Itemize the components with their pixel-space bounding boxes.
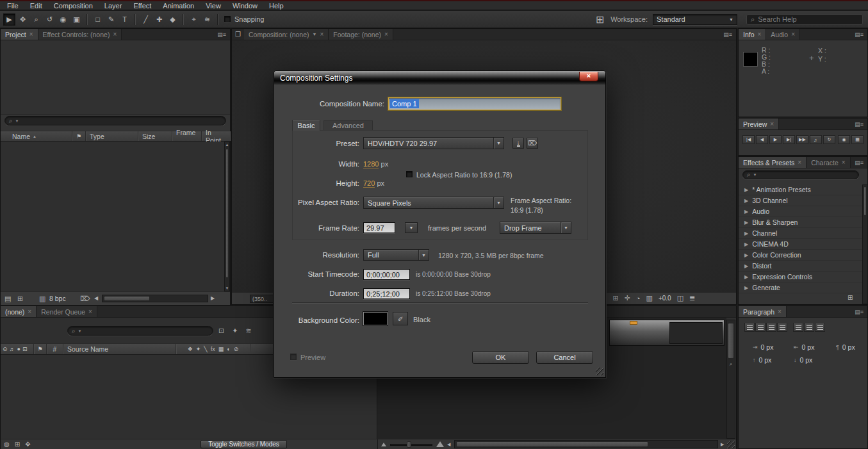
project-search-input[interactable]: ⌕ ▼ <box>4 116 226 126</box>
project-settings-icon[interactable]: ▥ <box>39 295 45 303</box>
tab-paragraph[interactable]: Paragraph × <box>739 306 787 317</box>
panel-menu-icon[interactable]: ▤≡ <box>213 31 230 38</box>
previous-frame-button[interactable]: ◀ <box>756 135 768 144</box>
close-icon[interactable]: × <box>384 31 388 38</box>
lock-aspect-checkbox[interactable] <box>406 171 413 177</box>
tab-composition[interactable]: Composition: (none) ▼ × <box>244 29 329 40</box>
column-label-color[interactable]: ⚑ <box>72 131 86 141</box>
zoom-slider-track[interactable] <box>390 444 432 446</box>
list-item[interactable]: ▶* Animation Presets <box>739 184 862 195</box>
save-preset-button[interactable]: ↓ <box>512 138 524 149</box>
preview-options-icon[interactable]: ▦ <box>851 135 864 144</box>
close-icon[interactable]: × <box>770 120 774 127</box>
effects-vertical-scrollbar[interactable] <box>862 184 868 304</box>
eraser-tool-icon[interactable]: ◆ <box>167 13 179 26</box>
add-column-icon[interactable]: ⊞ <box>15 441 20 448</box>
scroll-right-icon[interactable]: ▶ <box>211 295 215 301</box>
project-vertical-scrollbar[interactable]: ▲ ▼ <box>224 142 230 291</box>
frame-rate-input[interactable]: 29.97 <box>363 222 395 233</box>
expand-icon[interactable]: ▶ <box>744 220 748 225</box>
scroll-left-icon[interactable]: ◀ <box>94 295 98 301</box>
puppet-pin-tool-icon[interactable]: ⌖ <box>188 13 200 26</box>
close-icon[interactable]: × <box>758 31 762 38</box>
align-right-button[interactable] <box>766 323 776 332</box>
panel-lock-icon[interactable]: ❐ <box>232 31 244 38</box>
loop-button[interactable]: ↻ <box>823 135 835 144</box>
expand-icon[interactable]: ▶ <box>744 263 748 269</box>
delete-preset-button[interactable]: ⌦ <box>527 138 538 149</box>
workspace-dropdown[interactable]: Standard ▼ <box>653 14 737 25</box>
scroll-right-icon[interactable]: ▶ <box>721 442 724 447</box>
tab-timeline-none[interactable]: (none) × <box>1 306 37 317</box>
list-item[interactable]: ▶CINEMA 4D <box>739 239 862 250</box>
solo-icon[interactable]: ● <box>17 346 20 352</box>
quality-icon[interactable]: ╲ <box>204 346 207 352</box>
expand-icon[interactable]: ▶ <box>744 231 748 236</box>
camera-tool-icon[interactable]: ◉ <box>57 13 69 26</box>
drop-frame-dropdown[interactable]: Drop Frame ▼ <box>500 222 571 234</box>
list-item[interactable]: ▶Channel <box>739 228 862 239</box>
justify-all-button[interactable] <box>815 323 825 332</box>
ok-button[interactable]: OK <box>472 351 529 364</box>
close-icon[interactable]: × <box>29 31 33 38</box>
panel-menu-icon[interactable]: ▤≡ <box>851 159 867 166</box>
resize-grip[interactable] <box>727 441 735 448</box>
resolution-dropdown[interactable]: Full ▼ <box>363 249 429 261</box>
exposure-offset-value[interactable]: +0.0 <box>659 295 671 302</box>
scrollbar-thumb[interactable] <box>225 149 229 278</box>
grid-options-icon[interactable]: ◫ <box>677 294 684 302</box>
zoom-region-icon[interactable]: ⌕ <box>727 361 735 368</box>
expand-icon[interactable]: ▶ <box>744 252 748 258</box>
expand-icon[interactable]: ▶ <box>744 198 748 204</box>
frame-blend-switch-icon[interactable]: ▦ <box>218 346 224 352</box>
eyedropper-button[interactable]: ✎ <box>393 312 408 325</box>
ram-preview-button[interactable]: ◉ <box>838 135 850 144</box>
background-color-swatch[interactable] <box>363 312 388 325</box>
justify-last-center-button[interactable] <box>793 323 803 332</box>
frame-rate-dropdown-button[interactable]: ▼ <box>405 222 418 233</box>
rotation-tool-icon[interactable]: ↺ <box>44 13 56 26</box>
timeline-search-input[interactable]: ⌕ ▼ <box>67 326 213 336</box>
brush-tool-icon[interactable]: ╱ <box>140 13 152 26</box>
bit-depth-button[interactable]: 8 bpc <box>49 295 66 302</box>
scrollbar-thumb[interactable] <box>728 323 734 359</box>
menu-animation[interactable]: Animation <box>157 1 200 10</box>
tab-audio[interactable]: Audio × <box>766 29 800 40</box>
column-size[interactable]: Size <box>138 131 172 141</box>
clone-stamp-tool-icon[interactable]: ✚ <box>153 13 165 26</box>
interpret-footage-icon[interactable]: ▤ <box>4 295 11 303</box>
scrollbar-thumb[interactable] <box>104 296 150 301</box>
next-frame-button[interactable]: ▶| <box>783 135 795 144</box>
scroll-left-icon[interactable]: ◀ <box>447 442 450 447</box>
safe-margins-icon[interactable]: ⊞ <box>612 294 618 302</box>
list-item[interactable]: ▶Expression Controls <box>739 272 862 282</box>
project-item-list[interactable] <box>1 142 224 291</box>
number-column[interactable]: # <box>47 344 63 354</box>
expand-layers-icon[interactable]: ◍ <box>4 441 10 448</box>
expand-icon[interactable]: ▶ <box>744 274 748 280</box>
tab-footage[interactable]: Footage: (none) × <box>329 29 393 40</box>
new-folder-icon[interactable]: ⊞ <box>17 295 23 303</box>
work-area-marker[interactable] <box>630 321 637 325</box>
space-before-field[interactable]: ↑ 0 px <box>753 356 771 364</box>
timeline-horizontal-scrollbar[interactable] <box>454 440 718 448</box>
first-line-indent-field[interactable]: ¶ 0 px <box>836 343 855 351</box>
menu-edit[interactable]: Edit <box>24 1 48 10</box>
close-icon[interactable]: × <box>778 308 782 315</box>
source-name-column[interactable]: Source Name <box>63 344 176 354</box>
tab-advanced[interactable]: Advanced <box>323 120 373 131</box>
list-item[interactable]: ▶Blur & Sharpen <box>739 217 862 228</box>
menu-view[interactable]: View <box>200 1 227 10</box>
list-item[interactable]: ▶Generate <box>739 282 862 293</box>
column-frame[interactable]: Frame ... <box>172 131 202 141</box>
audio-icon[interactable]: ♬ <box>10 346 15 352</box>
audio-toggle-button[interactable]: ♬ <box>810 135 822 144</box>
dialog-titlebar[interactable]: Composition Settings <box>274 71 605 85</box>
close-icon[interactable]: × <box>88 308 92 315</box>
help-search-input[interactable]: ⌕ Search Help <box>746 14 863 25</box>
scroll-up-icon[interactable]: ▲ <box>225 143 229 147</box>
draft-3d-icon[interactable]: ✦ <box>232 327 238 335</box>
tab-basic[interactable]: Basic <box>292 120 320 131</box>
close-icon[interactable]: × <box>320 31 323 38</box>
panel-menu-icon[interactable]: ▤≡ <box>851 309 867 315</box>
